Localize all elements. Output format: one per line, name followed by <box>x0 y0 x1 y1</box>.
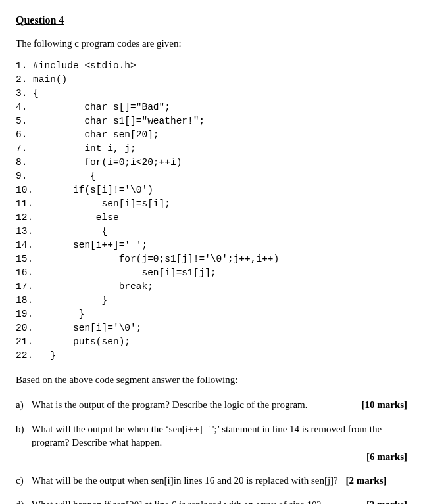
part-c-text: What will be the output when sen[i]in li… <box>32 475 338 486</box>
part-d-text: What will happen if sen[20] at line 6 is… <box>32 499 321 504</box>
code-listing: 1. #include <stdio.h> 2. main() 3. { 4. … <box>16 59 407 363</box>
based-on-text: Based on the above code segment answer t… <box>16 373 407 386</box>
part-d: d) [2 marks] What will happen if sen[20]… <box>16 498 407 504</box>
part-d-letter: d) <box>16 498 32 504</box>
part-c: c) What will be the output when sen[i]in… <box>16 474 407 487</box>
question-title: Question 4 <box>16 13 407 28</box>
part-b-letter: b) <box>16 423 32 436</box>
part-d-marks: [2 marks] <box>366 498 407 504</box>
part-b-marks: [6 marks] <box>32 450 407 463</box>
part-b: b) What will the output be when the ‘sen… <box>16 423 407 464</box>
part-b-text: What will the output be when the ‘sen[i+… <box>32 423 407 449</box>
intro-text: The following c program codes are given: <box>16 37 407 50</box>
part-a-marks: [10 marks] <box>361 398 407 411</box>
part-c-letter: c) <box>16 474 32 487</box>
part-a-text: What is the output of the program? Descr… <box>32 400 307 410</box>
part-a-letter: a) <box>16 398 32 411</box>
part-c-marks: [2 marks] <box>345 475 386 486</box>
part-a: a) [10 marks] What is the output of the … <box>16 398 407 411</box>
